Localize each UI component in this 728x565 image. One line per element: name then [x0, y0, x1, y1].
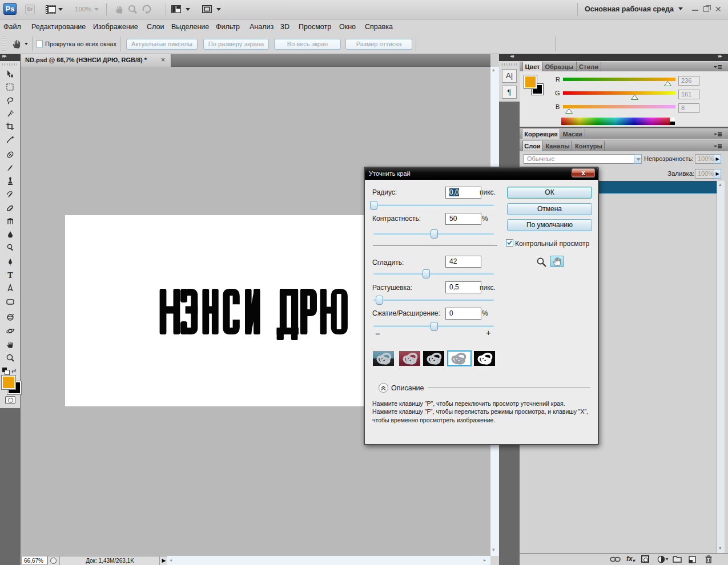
svg-text:T: T: [7, 271, 13, 280]
